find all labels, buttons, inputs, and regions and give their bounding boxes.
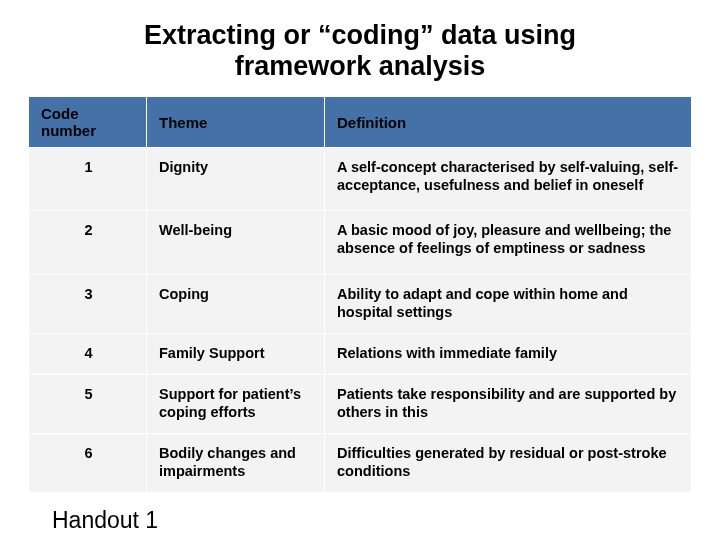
table-row: 2 Well-being A basic mood of joy, pleasu… (29, 211, 692, 274)
cell-code: 4 (29, 333, 147, 374)
cell-code: 5 (29, 374, 147, 433)
cell-theme: Bodily changes and impairments (147, 434, 325, 493)
cell-theme: Support for patient’s coping efforts (147, 374, 325, 433)
cell-definition: A self-concept characterised by self-val… (325, 148, 692, 211)
cell-definition: Relations with immediate family (325, 333, 692, 374)
cell-definition: Ability to adapt and cope within home an… (325, 274, 692, 333)
table-row: 1 Dignity A self-concept characterised b… (29, 148, 692, 211)
cell-definition: Patients take responsibility and are sup… (325, 374, 692, 433)
cell-code: 1 (29, 148, 147, 211)
table-row: 5 Support for patient’s coping efforts P… (29, 374, 692, 433)
col-header-definition: Definition (325, 97, 692, 148)
table-row: 4 Family Support Relations with immediat… (29, 333, 692, 374)
col-header-code: Code number (29, 97, 147, 148)
cell-theme: Family Support (147, 333, 325, 374)
page-title: Extracting or “coding” data using framew… (28, 20, 692, 82)
cell-theme: Dignity (147, 148, 325, 211)
table-row: 6 Bodily changes and impairments Difficu… (29, 434, 692, 493)
table-header-row: Code number Theme Definition (29, 97, 692, 148)
cell-definition: Difficulties generated by residual or po… (325, 434, 692, 493)
cell-code: 3 (29, 274, 147, 333)
cell-theme: Well-being (147, 211, 325, 274)
table-row: 3 Coping Ability to adapt and cope withi… (29, 274, 692, 333)
coding-table: Code number Theme Definition 1 Dignity A… (28, 96, 692, 493)
cell-theme: Coping (147, 274, 325, 333)
cell-code: 2 (29, 211, 147, 274)
cell-code: 6 (29, 434, 147, 493)
cell-definition: A basic mood of joy, pleasure and wellbe… (325, 211, 692, 274)
handout-label: Handout 1 (28, 507, 692, 534)
col-header-theme: Theme (147, 97, 325, 148)
